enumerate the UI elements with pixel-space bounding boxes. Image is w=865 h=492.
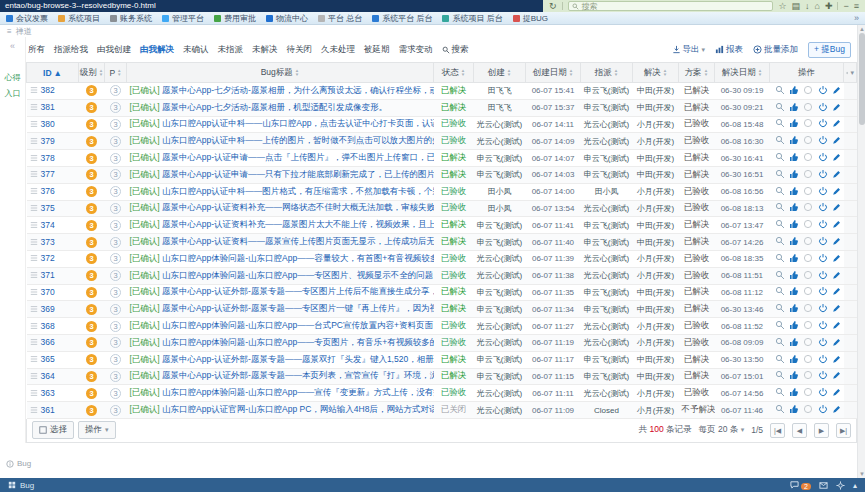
activate-icon[interactable] xyxy=(817,370,828,382)
bug-title-link[interactable]: [已确认] 愿景中心App-七夕活动-愿景相册，机型适配引发成像变形。 xyxy=(130,102,387,112)
export-button[interactable]: 导出▾ xyxy=(672,44,706,56)
activate-icon[interactable] xyxy=(817,303,828,315)
download-icon[interactable]: ↓ xyxy=(805,1,810,11)
filter-tab-需求变动[interactable]: 需求变动 xyxy=(399,44,433,56)
bug-title-link[interactable]: [已确认] 山东口腔App认证官网-山东口腔App PC，网站输入4H8后，网站… xyxy=(130,404,434,414)
table-row[interactable]: 377 3 3 [已确认] 愿景中心App-认证申请——只有下拉才能底部刷新完成… xyxy=(27,166,857,183)
bug-id-link[interactable]: 371 xyxy=(41,270,55,280)
edit-icon[interactable] xyxy=(831,135,842,147)
table-row[interactable]: 371 3 3 [已确认] 山东口腔App体验问题-山东口腔App——专区图片、… xyxy=(27,267,857,284)
view-icon[interactable] xyxy=(774,219,785,231)
confirm-icon[interactable] xyxy=(788,404,799,416)
activate-icon[interactable] xyxy=(817,236,828,248)
edit-icon[interactable] xyxy=(831,102,842,114)
view-icon[interactable] xyxy=(774,152,785,164)
confirm-icon[interactable] xyxy=(788,169,799,181)
table-row[interactable]: 375 3 3 [已确认] 愿景中心App-认证资料补充——网络状态不佳时大概无… xyxy=(27,200,857,217)
view-icon[interactable] xyxy=(774,404,785,416)
col-header-title[interactable]: Bug标题▲▼ xyxy=(127,63,434,83)
table-row[interactable]: 368 3 3 [已确认] 山东口腔App体验问题-山东口腔App——台式PC宣… xyxy=(27,318,857,335)
batch-action-dropdown[interactable]: 操作▾ xyxy=(78,421,116,439)
scrollbar-thumb[interactable] xyxy=(859,33,865,125)
minimize-icon[interactable]: − xyxy=(843,1,848,11)
column-settings-button[interactable]: ▾ xyxy=(844,63,857,83)
bug-title-link[interactable]: [已确认] 山东口腔App体验问题-山东口腔App——专区图片、视频显示不全的问… xyxy=(130,270,434,280)
view-icon[interactable] xyxy=(774,85,785,97)
collapse-footer-icon[interactable]: ▴ xyxy=(853,481,857,490)
col-header-resolved-date[interactable]: 解决日期▲▼ xyxy=(715,63,770,83)
table-row[interactable]: 380 3 3 [已确认] 山东口腔App认证中科——山东口腔App，点击去认证… xyxy=(27,116,857,133)
filter-tab-未确认[interactable]: 未确认 xyxy=(183,44,209,56)
table-row[interactable]: 373 3 3 [已确认] 愿景中心App-认证资料——愿景宣传上传图片页面无显… xyxy=(27,234,857,251)
bug-id-link[interactable]: 363 xyxy=(41,388,55,398)
bug-title-link[interactable]: [已确认] 愿景中心App-认证外部-愿景专题——专区图片上传后不能直接生成分享… xyxy=(130,286,434,296)
view-icon[interactable] xyxy=(774,135,785,147)
confirm-icon[interactable] xyxy=(788,186,799,198)
table-row[interactable]: 378 3 3 [已确认] 愿景中心App-认证申请——点击『上传图片』，弹不出… xyxy=(27,150,857,167)
edit-icon[interactable] xyxy=(831,118,842,130)
table-row[interactable]: 364 3 3 [已确认] 愿景中心App-认证外部-愿景专题——本页列表，宣管… xyxy=(27,368,857,385)
table-row[interactable]: 381 3 3 [已确认] 愿景中心App-七夕活动-愿景相册，机型适配引发成像… xyxy=(27,99,857,116)
col-header-severity[interactable]: 级别▲▼ xyxy=(79,63,105,83)
edit-icon[interactable] xyxy=(831,186,842,198)
activate-icon[interactable] xyxy=(817,354,828,366)
confirm-icon[interactable] xyxy=(788,219,799,231)
edit-icon[interactable] xyxy=(831,169,842,181)
activate-icon[interactable] xyxy=(817,337,828,349)
bug-id-link[interactable]: 369 xyxy=(41,304,55,314)
bug-title-link[interactable]: [已确认] 山东口腔App体验问题-山东口腔App——专页图片，有音乐+有视频较… xyxy=(130,337,434,347)
bookmark-item[interactable]: 管理平台 xyxy=(162,13,204,24)
bookmark-item[interactable]: 系统项目 后台 xyxy=(442,13,502,24)
col-header-assigned-to[interactable]: 指派▲▼ xyxy=(581,63,633,83)
per-page-select[interactable]: 每页 20 条 ▾ xyxy=(699,424,745,436)
sidebar-item[interactable]: 心得 xyxy=(5,72,21,83)
edit-icon[interactable] xyxy=(831,387,842,399)
edit-icon[interactable] xyxy=(831,354,842,366)
bookmark-item[interactable]: 物流中心 xyxy=(266,13,308,24)
bug-id-link[interactable]: 373 xyxy=(41,237,55,247)
bug-id-link[interactable]: 381 xyxy=(41,102,55,112)
bug-title-link[interactable]: [已确认] 山东口腔App认证中科——上传的图片，暂时做不到点击可以放大图片的效… xyxy=(130,135,434,145)
edit-icon[interactable] xyxy=(831,152,842,164)
activate-icon[interactable] xyxy=(817,186,828,198)
view-icon[interactable] xyxy=(774,253,785,265)
activate-icon[interactable] xyxy=(817,286,828,298)
bookmark-item[interactable]: 提BUG xyxy=(513,13,548,24)
col-header-opened-date[interactable]: 创建日期▲▼ xyxy=(526,63,581,83)
confirm-icon[interactable] xyxy=(788,202,799,214)
bug-title-link[interactable]: [已确认] 愿景中心App-认证资料——愿景宣传上传图片页面无显示，上传成功后无… xyxy=(130,236,434,246)
bookmark-item[interactable]: 系统项目 xyxy=(58,13,100,24)
edit-icon[interactable] xyxy=(831,404,842,416)
edit-icon[interactable] xyxy=(831,219,842,231)
bug-title-link[interactable]: [已确认] 山东口腔App体验问题-山东口腔App——台式PC宣传放置内容+资料… xyxy=(130,320,434,330)
view-icon[interactable] xyxy=(774,370,785,382)
bug-title-link[interactable]: [已确认] 愿景中心App-认证外部-愿景专题——本页列表，宣管宣传『打』环境，… xyxy=(130,370,434,380)
last-page-button[interactable]: ▶| xyxy=(836,423,851,438)
bookmark-item[interactable]: 账务系统 xyxy=(110,13,152,24)
view-icon[interactable] xyxy=(774,236,785,248)
col-header-priority[interactable]: P▲▼ xyxy=(105,63,127,83)
bug-title-link[interactable]: [已确认] 山东口腔App认证中科——山东口腔App，点击去认证中心打卡页面，认… xyxy=(130,118,434,128)
activate-icon[interactable] xyxy=(817,202,828,214)
table-row[interactable]: 382 3 3 [已确认] 愿景中心App-七夕活动-愿景相册，为什么离预设太远… xyxy=(27,83,857,100)
filter-tab-未指派[interactable]: 未指派 xyxy=(218,44,244,56)
tools-icon[interactable]: ✚ xyxy=(825,1,833,11)
filter-tab-未解决[interactable]: 未解决 xyxy=(252,44,278,56)
message-button[interactable]: 2 xyxy=(790,480,811,491)
view-icon[interactable] xyxy=(774,303,785,315)
browser-search-input[interactable]: 搜索 xyxy=(568,1,774,11)
table-row[interactable]: 361 3 3 [已确认] 山东口腔App认证官网-山东口腔App PC，网站输… xyxy=(27,402,857,419)
table-row[interactable]: 372 3 3 [已确认] 山东口腔App体验问题-山东口腔App——容量较大，… xyxy=(27,250,857,267)
gear-icon[interactable] xyxy=(836,481,845,490)
bookmark-item[interactable]: 费用审批 xyxy=(214,13,256,24)
select-all-button[interactable]: 选择 xyxy=(32,421,74,439)
filter-tab-由我创建[interactable]: 由我创建 xyxy=(97,44,131,56)
bug-id-link[interactable]: 375 xyxy=(41,203,55,213)
menu-icon[interactable]: ≡ xyxy=(854,1,859,11)
table-row[interactable]: 379 3 3 [已确认] 山东口腔App认证中科——上传的图片，暂时做不到点击… xyxy=(27,133,857,150)
mail-icon[interactable] xyxy=(819,481,828,490)
activate-icon[interactable] xyxy=(817,118,828,130)
edit-icon[interactable] xyxy=(831,236,842,248)
confirm-icon[interactable] xyxy=(788,286,799,298)
confirm-icon[interactable] xyxy=(788,85,799,97)
